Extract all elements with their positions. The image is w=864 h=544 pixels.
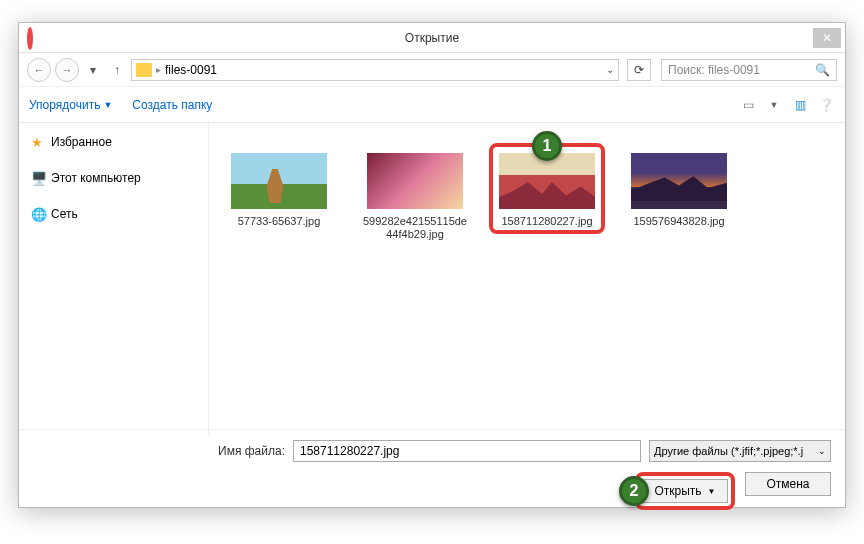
back-button[interactable]: ← (27, 58, 51, 82)
chevron-right-icon: ▸ (156, 64, 161, 75)
sidebar-network[interactable]: 🌐 Сеть (25, 203, 202, 225)
search-icon: 🔍 (815, 63, 830, 77)
view-dropdown-button[interactable]: ▼ (765, 96, 783, 114)
file-open-dialog: Открытие ✕ ← → ▾ ↑ ▸ files-0091 ⌄ ⟳ Поис… (18, 22, 846, 508)
forward-button[interactable]: → (55, 58, 79, 82)
file-item[interactable]: 599282e42155115de44f4b29.jpg (357, 153, 473, 241)
search-input[interactable]: Поиск: files-0091 🔍 (661, 59, 837, 81)
file-item[interactable]: 57733-65637.jpg (221, 153, 337, 228)
annotation-marker-1: 1 (532, 131, 562, 161)
breadcrumb-folder[interactable]: files-0091 (165, 63, 217, 77)
file-thumbnail (367, 153, 463, 209)
folder-icon (136, 63, 152, 77)
preview-pane-button[interactable]: ▥ (791, 96, 809, 114)
file-name: 159576943828.jpg (633, 215, 724, 228)
sidebar-favorites[interactable]: ★ Избранное (25, 131, 202, 153)
organize-menu[interactable]: Упорядочить ▼ (29, 98, 112, 112)
recent-dropdown[interactable]: ▾ (83, 60, 103, 80)
dialog-title: Открытие (51, 31, 813, 45)
cancel-button[interactable]: Отмена (745, 472, 831, 496)
file-item-selected[interactable]: 1 158711280227.jpg (489, 143, 605, 234)
refresh-button[interactable]: ⟳ (627, 59, 651, 81)
file-item[interactable]: 159576943828.jpg (621, 153, 737, 228)
filename-label: Имя файла: (218, 444, 285, 458)
up-button[interactable]: ↑ (107, 60, 127, 80)
split-chevron-icon: ▼ (708, 487, 716, 496)
nav-bar: ← → ▾ ↑ ▸ files-0091 ⌄ ⟳ Поиск: files-00… (19, 53, 845, 87)
file-name: 158711280227.jpg (501, 215, 592, 228)
breadcrumb-bar[interactable]: ▸ files-0091 ⌄ (131, 59, 619, 81)
sidebar: ★ Избранное 🖥️ Этот компьютер 🌐 Сеть (19, 123, 209, 435)
file-name: 57733-65637.jpg (238, 215, 321, 228)
sidebar-this-pc[interactable]: 🖥️ Этот компьютер (25, 167, 202, 189)
close-button[interactable]: ✕ (813, 28, 841, 48)
chevron-down-icon: ⌄ (818, 446, 826, 456)
filetype-dropdown[interactable]: Другие файлы (*.jfif;*.pjpeg;*.j ⌄ (649, 440, 831, 462)
file-thumbnail (231, 153, 327, 209)
file-thumbnail (631, 153, 727, 209)
chevron-down-icon: ▼ (103, 100, 112, 110)
filename-input[interactable] (293, 440, 641, 462)
file-name: 599282e42155115de44f4b29.jpg (360, 215, 470, 241)
network-icon: 🌐 (31, 207, 45, 221)
search-placeholder: Поиск: files-0091 (668, 63, 760, 77)
view-options-button[interactable]: ▭ (739, 96, 757, 114)
annotation-marker-2: 2 (619, 476, 649, 506)
chevron-down-icon[interactable]: ⌄ (606, 64, 614, 75)
footer: Имя файла: Другие файлы (*.jfif;*.pjpeg;… (19, 429, 845, 507)
title-bar: Открытие ✕ (19, 23, 845, 53)
file-list: 57733-65637.jpg 599282e42155115de44f4b29… (209, 123, 845, 435)
file-thumbnail (499, 153, 595, 209)
star-icon: ★ (31, 135, 45, 149)
open-button[interactable]: Открыть ▼ (642, 479, 728, 503)
toolbar: Упорядочить ▼ Создать папку ▭ ▼ ▥ ❔ (19, 87, 845, 123)
new-folder-button[interactable]: Создать папку (132, 98, 212, 112)
computer-icon: 🖥️ (31, 171, 45, 185)
opera-icon (27, 30, 43, 46)
help-button[interactable]: ❔ (817, 96, 835, 114)
